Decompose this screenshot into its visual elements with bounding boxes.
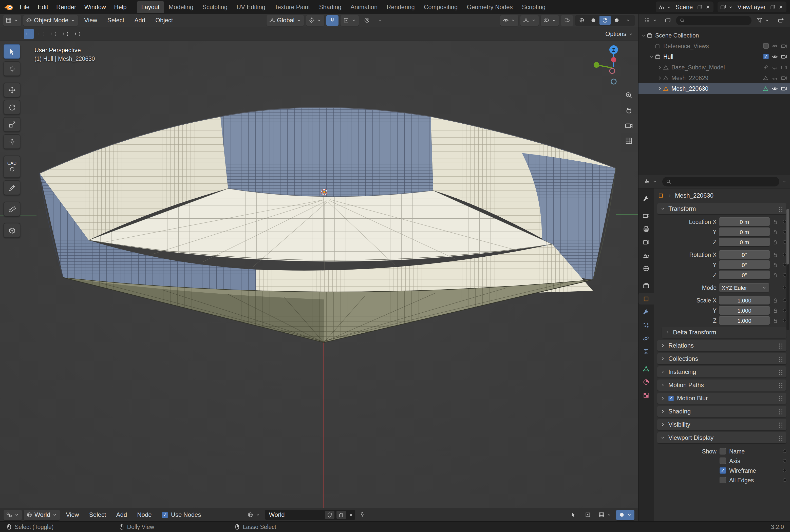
rotation-mode-dropdown[interactable]: XYZ Euler xyxy=(719,283,769,292)
properties-scrollbar[interactable] xyxy=(787,209,789,330)
gizmo-x-axis[interactable] xyxy=(611,57,617,62)
show-all-edges-checkbox[interactable] xyxy=(719,477,726,483)
new-world-button[interactable] xyxy=(336,511,346,519)
eye-icon[interactable] xyxy=(772,54,778,59)
show-axis-checkbox[interactable] xyxy=(719,457,726,464)
tool-cad-sketcher[interactable]: CAD xyxy=(3,155,20,178)
view-layer-selector[interactable]: ViewLayer xyxy=(717,1,787,12)
world-name-field[interactable]: World xyxy=(265,510,355,520)
animate-dot[interactable] xyxy=(784,273,786,276)
motion-blur-checkbox[interactable] xyxy=(669,396,674,401)
panel-delta-transform[interactable]: Delta Transform xyxy=(662,327,787,338)
menu-select[interactable]: Select xyxy=(104,15,129,26)
animate-dot[interactable] xyxy=(784,309,786,311)
lock-icon[interactable] xyxy=(772,307,778,314)
tab-texture[interactable] xyxy=(639,389,654,401)
animate-dot[interactable] xyxy=(784,241,786,243)
editor-type-button[interactable] xyxy=(3,510,22,520)
lock-icon[interactable] xyxy=(772,218,778,225)
navigation-gizmo[interactable]: Z xyxy=(592,39,635,86)
tool-cursor[interactable] xyxy=(3,61,20,76)
animate-dot[interactable] xyxy=(784,319,786,322)
eye-closed-icon[interactable] xyxy=(772,75,778,81)
menu-help[interactable]: Help xyxy=(110,1,131,13)
tool-add-cube[interactable] xyxy=(3,223,20,238)
camera-icon[interactable] xyxy=(781,64,787,70)
collection-exclude-checkbox[interactable] xyxy=(763,54,769,59)
shading-solid-button[interactable] xyxy=(588,16,599,25)
location-z-field[interactable]: 0 m xyxy=(719,238,770,246)
new-view-layer-icon[interactable] xyxy=(770,4,776,10)
drag-handle-icon[interactable] xyxy=(778,382,784,388)
new-collection-button[interactable] xyxy=(775,15,787,25)
workspace-tab-modeling[interactable]: Modeling xyxy=(164,1,198,13)
scale-y-field[interactable]: 1.000 xyxy=(719,306,770,315)
mode-selector[interactable]: Object Mode xyxy=(23,15,78,25)
tab-view-layer[interactable] xyxy=(639,236,654,248)
animate-dot[interactable] xyxy=(784,264,786,266)
unlink-world-icon[interactable] xyxy=(348,512,354,517)
camera-icon[interactable] xyxy=(781,43,787,49)
menu-view[interactable]: View xyxy=(62,509,83,520)
chevron-down-icon[interactable] xyxy=(648,54,655,59)
outliner-row-hull[interactable]: Hull xyxy=(639,51,790,62)
workspace-tab-scripting[interactable]: Scripting xyxy=(518,1,550,13)
tab-object-data[interactable] xyxy=(639,363,654,375)
workspace-tab-layout[interactable]: Layout xyxy=(137,1,164,13)
menu-add[interactable]: Add xyxy=(130,15,149,26)
eye-icon[interactable] xyxy=(772,43,778,49)
tab-tool[interactable] xyxy=(639,192,654,204)
gizmo-neg-x-axis[interactable] xyxy=(609,69,615,74)
tool-transform[interactable] xyxy=(3,134,20,149)
drag-handle-icon[interactable] xyxy=(778,422,784,428)
gizmo-y-axis[interactable] xyxy=(594,62,599,68)
lock-icon[interactable] xyxy=(772,251,778,258)
animate-dot[interactable] xyxy=(784,469,786,472)
node-overlays-selector[interactable] xyxy=(616,510,635,520)
lock-icon[interactable] xyxy=(772,297,778,303)
workspace-tab-texture-paint[interactable]: Texture Paint xyxy=(270,1,315,13)
menu-window[interactable]: Window xyxy=(80,1,110,13)
tab-particles[interactable] xyxy=(639,319,654,331)
shading-rendered-button[interactable] xyxy=(611,16,622,25)
editor-type-button[interactable] xyxy=(641,15,660,25)
remove-view-layer-icon[interactable] xyxy=(778,4,784,10)
viewport-canvas[interactable]: Options User Perspective (1) Hull | Mesh… xyxy=(0,27,638,508)
object-type-visibility-selector[interactable] xyxy=(500,15,519,25)
rotation-y-field[interactable]: 0° xyxy=(719,261,770,269)
animate-dot[interactable] xyxy=(784,459,786,462)
panel-instancing[interactable]: Instancing xyxy=(657,366,787,378)
proportional-editing-toggle[interactable] xyxy=(361,15,373,25)
show-wireframe-checkbox[interactable] xyxy=(719,467,726,474)
workspace-tab-uv-editing[interactable]: UV Editing xyxy=(232,1,270,13)
camera-icon[interactable] xyxy=(781,75,787,81)
properties-search-input[interactable] xyxy=(662,176,779,186)
browse-world-button[interactable] xyxy=(245,510,263,520)
panel-visibility[interactable]: Visibility xyxy=(657,419,787,430)
location-y-field[interactable]: 0 m xyxy=(719,228,770,236)
panel-relations[interactable]: Relations xyxy=(657,340,787,351)
tool-select-box[interactable] xyxy=(3,44,20,59)
show-name-checkbox[interactable] xyxy=(719,448,726,455)
drag-handle-icon[interactable] xyxy=(778,343,784,348)
tool-scale[interactable] xyxy=(3,117,20,132)
chevron-right-icon[interactable] xyxy=(657,86,663,92)
proportional-falloff-selector[interactable] xyxy=(375,15,385,25)
outliner-row-mesh-220629[interactable]: Mesh_220629 xyxy=(639,73,790,83)
tab-world[interactable] xyxy=(639,263,654,274)
drag-handle-icon[interactable] xyxy=(778,408,784,414)
snap-toggle[interactable] xyxy=(326,15,339,25)
tab-render[interactable] xyxy=(639,210,654,222)
tool-move[interactable] xyxy=(3,82,20,97)
workspace-tab-animation[interactable]: Animation xyxy=(346,1,382,13)
drag-handle-icon[interactable] xyxy=(778,356,784,361)
scrollbar-thumb[interactable] xyxy=(787,209,789,265)
outliner-row-scene-collection[interactable]: Scene Collection xyxy=(639,30,790,40)
drag-handle-icon[interactable] xyxy=(778,435,784,440)
tab-object[interactable] xyxy=(639,293,654,304)
pin-icon[interactable] xyxy=(359,512,365,518)
tool-rotate[interactable] xyxy=(3,100,20,114)
tab-modifiers[interactable] xyxy=(639,306,654,318)
panel-motion-paths[interactable]: Motion Paths xyxy=(657,380,787,391)
fake-user-button[interactable] xyxy=(324,511,334,519)
